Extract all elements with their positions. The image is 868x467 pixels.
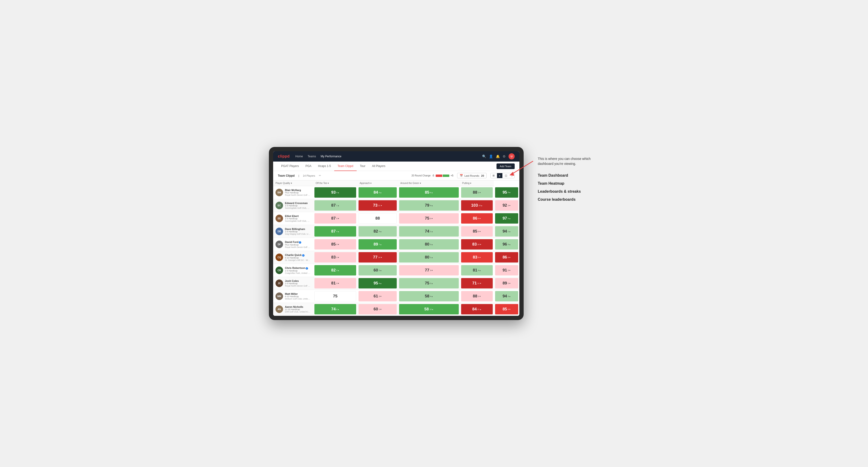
search-icon[interactable]: 🔍 — [482, 154, 486, 158]
table-row: CQ Charlie Quick✓ 6-10 Handicap St. Geor… — [273, 251, 519, 264]
player-handicap: 1-5 Handicap — [285, 270, 311, 272]
player-handicap: Plus Handicap — [285, 244, 311, 246]
stat-box: 77 14 — [359, 252, 397, 262]
approach-header: Approach ▾ — [360, 182, 372, 184]
last-rounds-label: Last Rounds: — [464, 174, 480, 177]
tab-pgat-players[interactable]: PGAT Players — [278, 161, 302, 171]
change-up: 4 — [336, 230, 339, 232]
last-rounds-button[interactable]: 📅 Last Rounds: 20 — [457, 173, 487, 178]
stat-cell-approach: 58 10 — [398, 303, 460, 316]
col-header-approach[interactable]: Approach ▾ — [357, 181, 398, 186]
stat-cell-approach: 80 1 — [398, 251, 460, 264]
stat-box: 80 1 — [399, 252, 459, 262]
team-name: Team Clippd — [278, 174, 294, 177]
player-cell[interactable]: DB Dave Billingham 1-5 Handicap Gog Mago… — [273, 226, 313, 237]
change-down: 3 — [379, 295, 382, 298]
change-up: 1 — [430, 256, 433, 258]
stat-value: 87 — [331, 216, 336, 221]
change-up: 1 — [430, 230, 433, 232]
nav-teams[interactable]: Teams — [308, 155, 316, 158]
around-green-header: Around the Green ▾ — [400, 182, 421, 184]
player-cell[interactable]: MM Matt Miller 6-10 Handicap Woburn Golf… — [273, 291, 313, 302]
player-info: Dave Billingham 1-5 Handicap Gog Magog G… — [285, 228, 311, 235]
player-avatar: EE — [276, 215, 283, 222]
player-cell[interactable]: DF David Ford✓ Plus Handicap Royal North… — [273, 239, 313, 250]
player-cell[interactable]: EC Edward Crossman 1-5 Handicap Sunningd… — [273, 200, 313, 211]
stat-cell-off_tee: 77 14 — [357, 251, 398, 264]
stat-value: 103 — [471, 203, 478, 208]
player-club: Drift Golf Club, United Kingdom — [285, 311, 311, 313]
stat-cell-putting: 92 3 — [494, 199, 519, 212]
stat-box: 71 11 — [461, 278, 493, 288]
stat-box: 95 9 — [495, 187, 518, 198]
stat-value: 84 — [472, 307, 477, 312]
tab-tour[interactable]: Tour — [356, 161, 369, 171]
col-header-player[interactable]: Player Quality ▾ — [273, 181, 313, 186]
putting-header: Putting ▾ — [462, 182, 471, 184]
player-cell[interactable]: JC Josh Coles 1-5 Handicap Royal North D… — [273, 278, 313, 288]
player-cell[interactable]: EE Elliot Ebert 1-5 Handicap Sunningdale… — [273, 213, 313, 224]
col-header-off-tee[interactable]: Off the Tee ▾ — [313, 181, 357, 186]
player-name: Charlie Quick✓ — [285, 253, 311, 257]
nav-my-performance[interactable]: My Performance — [320, 155, 341, 158]
stat-value: 77 — [373, 255, 378, 260]
stat-cell-putting: 96 3 — [494, 238, 519, 251]
player-avatar: BM — [276, 189, 283, 196]
bell-icon[interactable]: 🔔 — [496, 154, 500, 158]
edit-icon[interactable]: ✏ — [319, 174, 321, 177]
stat-box: 87 3 — [314, 213, 356, 224]
stat-cell-approach: 80 3 — [398, 238, 460, 251]
person-icon[interactable]: 👤 — [489, 154, 493, 158]
change-up: 10 — [430, 308, 434, 310]
annotation-item-leaderboards: Leaderboards & streaks — [538, 189, 599, 194]
change-down: 8 — [508, 256, 511, 258]
nav-home[interactable]: Home — [295, 155, 303, 158]
player-cell[interactable]: BM Blair McHarg Plus Handicap Royal Nort… — [273, 187, 313, 198]
stat-value: 86 — [473, 216, 477, 221]
stat-cell-approach: 75 3 — [398, 212, 460, 225]
logo: clippd — [278, 154, 290, 158]
stat-cell-off_tee: 89 7 — [357, 238, 398, 251]
player-cell[interactable]: CR Chris Robertson✓ 1-5 Handicap Craigmi… — [273, 265, 313, 276]
settings-icon[interactable]: ⚙ — [503, 154, 506, 158]
last-rounds-val: 20 — [481, 174, 484, 177]
player-cell[interactable]: AN Aaron Nicholls 11-15 Handicap Drift G… — [273, 304, 313, 314]
stat-box: 81 3 — [314, 278, 356, 288]
player-avatar: CR — [276, 267, 283, 274]
player-name: Josh Coles — [285, 280, 311, 282]
stat-box: 93 9 — [314, 187, 356, 198]
sub-nav: PGAT Players PGA Hcaps 1-5 Team Clippd T… — [273, 161, 519, 171]
change-down: 14 — [378, 256, 382, 258]
tab-team-clippd[interactable]: Team Clippd — [334, 161, 356, 171]
player-club: Royal North Devon Golf Club, United King… — [285, 285, 311, 287]
tab-hcaps[interactable]: Hcaps 1-5 — [315, 161, 334, 171]
view-list-btn[interactable]: ≡ — [497, 173, 502, 178]
player-avatar: CQ — [276, 253, 283, 261]
pos-change-val: +5 — [451, 174, 453, 177]
player-info: Matt Miller 6-10 Handicap Woburn Golf Cl… — [285, 292, 311, 300]
stat-box: 74 1 — [399, 226, 459, 237]
stat-cell-putting: 95 9 — [494, 186, 519, 199]
stat-cell-player_quality: 93 9 — [313, 186, 357, 199]
view-grid-btn[interactable]: ⊞ — [491, 173, 497, 178]
stat-value: 60 — [374, 268, 378, 273]
col-header-putting[interactable]: Putting ▾ — [460, 181, 494, 186]
stat-box: 83 6 — [461, 252, 493, 262]
stat-value: 88 — [375, 216, 380, 221]
change-up: 21 — [477, 308, 482, 310]
tab-pga[interactable]: PGA — [302, 161, 315, 171]
stat-value: 83 — [472, 242, 477, 247]
player-cell[interactable]: CQ Charlie Quick✓ 6-10 Handicap St. Geor… — [273, 252, 313, 263]
stat-cell-putting: 94 1 — [494, 225, 519, 238]
col-header-around-green[interactable]: Around the Green ▾ — [398, 181, 460, 186]
stat-value: 91 — [503, 268, 507, 273]
stat-box: 61 3 — [359, 291, 397, 302]
round-change-label: 20 Round Change — [412, 174, 431, 177]
stat-cell-player_quality: 83 3 — [313, 251, 357, 264]
stat-box: 77 3 — [399, 265, 459, 276]
stat-cell-putting: 89 2 — [494, 277, 519, 290]
stat-cell-around_green: 85 3 — [460, 225, 494, 238]
table-container: Player Quality ▾ Off the Tee ▾ Approach … — [273, 181, 519, 316]
player-name: Chris Robertson✓ — [285, 267, 311, 270]
tab-all-players[interactable]: All Players — [369, 161, 389, 171]
